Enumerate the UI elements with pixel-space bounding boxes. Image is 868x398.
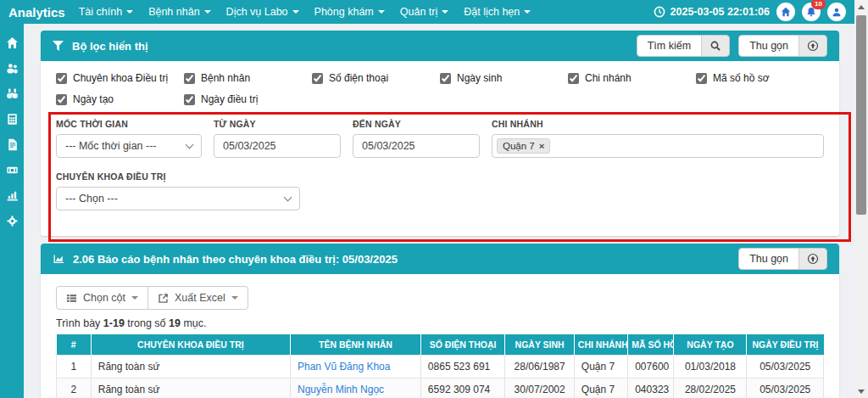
arrow-up-circle-icon (798, 249, 826, 269)
patients-table: # CHUYÊN KHOA ĐIỀU TRỊ TÊN BỆNH NHÂN SỐ … (56, 334, 824, 398)
notifications-button[interactable]: 10 (802, 3, 821, 21)
table-header-row: # CHUYÊN KHOA ĐIỀU TRỊ TÊN BỆNH NHÂN SỐ … (57, 334, 824, 356)
export-excel-button[interactable]: Xuất Excel (147, 286, 248, 310)
checkbox-input[interactable] (184, 73, 195, 84)
col-ten-benh-nhan[interactable]: TÊN BỆNH NHÂN (291, 334, 421, 356)
from-date-input[interactable] (214, 134, 341, 158)
scroll-down-arrow-icon[interactable] (854, 384, 868, 398)
checkbox-input[interactable] (184, 94, 195, 105)
chevron-down-icon (284, 193, 292, 202)
menu-quan-tri[interactable]: Quản trị (400, 6, 448, 18)
col-ngay-sinh[interactable]: NGÀY SINH (505, 334, 574, 356)
remove-tag-icon[interactable]: × (539, 141, 545, 151)
table-toolbar: Chọn cột Xuất Excel (56, 286, 824, 310)
export-icon (158, 293, 169, 304)
home-button[interactable] (776, 3, 795, 21)
list-icon (66, 293, 77, 304)
menu-dat-lich-hen[interactable]: Đặt lịch hẹn (464, 6, 531, 18)
filter-panel-body: Chuyên khoa Điều trị Bệnh nhân Số điện t… (41, 61, 839, 236)
col-chuyen-khoa[interactable]: CHUYÊN KHOA ĐIỀU TRỊ (91, 334, 290, 356)
checkbox-so-dien-thoai[interactable]: Số điện thoại (312, 72, 440, 84)
branch-field: CHI NHÁNH Quận 7 × (492, 119, 824, 158)
filter-header-actions: Tìm kiếm Thu gọn (637, 35, 827, 57)
col-ngay-dieu-tri[interactable]: NGÀY ĐIỀU TRỊ (747, 334, 824, 356)
chart-icon[interactable] (6, 189, 19, 202)
menu-phong-kham[interactable]: Phòng khám (314, 6, 385, 18)
chevron-down-icon (126, 10, 133, 14)
home-icon (781, 7, 791, 17)
chevron-down-icon (524, 10, 531, 14)
filter-collapse-button[interactable]: Thu gọn (738, 35, 827, 57)
cogs-icon[interactable] (6, 215, 19, 227)
col-chi-nhanh[interactable]: CHI NHÁNH (574, 334, 627, 356)
top-navbar: Analytics Tài chính Bệnh nhân Dịch vụ La… (0, 0, 854, 24)
search-button[interactable]: Tìm kiếm (637, 35, 730, 57)
specialty-select[interactable]: --- Chọn --- (56, 187, 300, 210)
scrollbar-thumb[interactable] (856, 15, 866, 215)
calculator-icon[interactable] (6, 113, 19, 126)
from-date-field: TỪ NGÀY (214, 119, 341, 158)
checkbox-input[interactable] (312, 73, 323, 84)
checkbox-input[interactable] (568, 73, 579, 84)
checkbox-input[interactable] (440, 73, 451, 84)
chevron-down-icon (186, 141, 194, 149)
choose-columns-button[interactable]: Chọn cột (56, 286, 148, 310)
menu-benh-nhan[interactable]: Bệnh nhân (148, 6, 210, 18)
main-menu: Tài chính Bệnh nhân Dịch vụ Labo Phòng k… (79, 6, 531, 18)
search-icon (701, 36, 729, 56)
report-panel-header: 2.06 Báo cáo bệnh nhân theo chuyên khoa … (41, 244, 839, 274)
chevron-down-icon (231, 296, 238, 300)
to-date-input[interactable] (353, 134, 480, 158)
binoculars-icon[interactable] (6, 87, 19, 100)
filter-panel-title: Bộ lọc hiển thị (72, 40, 148, 53)
result-total: 19 (169, 317, 181, 329)
result-summary: Trình bày 1-19 trong số 19 mục. (56, 317, 824, 329)
col-ngay-tao[interactable]: NGÀY TẠO (674, 334, 747, 356)
main-content: Bộ lọc hiển thị Tìm kiếm Thu gọn (24, 24, 854, 398)
checkbox-chuyen-khoa[interactable]: Chuyên khoa Điều trị (56, 72, 184, 84)
menu-dich-vu-labo[interactable]: Dịch vụ Labo (226, 6, 299, 18)
col-so-dien-thoai[interactable]: SỐ ĐIỆN THOẠI (420, 334, 505, 356)
filter-fields-row: MỐC THỜI GIAN --- Mốc thời gian --- TỪ N… (56, 119, 824, 158)
chevron-down-icon (204, 10, 211, 14)
col-stt[interactable]: # (57, 334, 92, 356)
checkbox-ngay-sinh[interactable]: Ngày sinh (440, 72, 568, 84)
col-ma-so-ho-so[interactable]: MÃ SỐ HỒ ... (628, 334, 674, 356)
checkbox-input[interactable] (56, 73, 67, 84)
home-icon[interactable] (6, 36, 19, 49)
specialty-field: CHUYÊN KHOA ĐIỀU TRỊ --- Chọn --- (56, 171, 824, 210)
branch-multiselect[interactable]: Quận 7 × (492, 134, 824, 158)
users-icon[interactable] (6, 62, 19, 75)
checkbox-ngay-dieu-tri[interactable]: Ngày điều trị (184, 93, 312, 105)
column-checkbox-grid: Chuyên khoa Điều trị Bệnh nhân Số điện t… (56, 72, 824, 105)
app-brand: Analytics (8, 5, 65, 20)
user-profile-button[interactable] (827, 3, 846, 21)
to-date-field: ĐẾN NGÀY (353, 119, 480, 158)
checkbox-chi-nhanh[interactable]: Chi nhánh (568, 72, 696, 84)
filter-panel-header: Bộ lọc hiển thị Tìm kiếm Thu gọn (41, 31, 839, 61)
patient-name-link[interactable]: Phan Vũ Đăng Khoa (298, 361, 390, 373)
chart-area-icon (53, 254, 64, 265)
navbar-right: 2025-03-05 22:01:06 10 (654, 3, 846, 21)
file-invoice-icon[interactable] (6, 138, 19, 151)
money-file-icon[interactable] (6, 164, 19, 177)
checkbox-benh-nhan[interactable]: Bệnh nhân (184, 72, 312, 84)
checkbox-ma-so-ho-so[interactable]: Mã số hồ sơ (696, 72, 824, 84)
time-mark-select[interactable]: --- Mốc thời gian --- (56, 134, 202, 158)
app-frame: Analytics Tài chính Bệnh nhân Dịch vụ La… (0, 0, 868, 398)
checkbox-input[interactable] (696, 73, 707, 84)
vertical-scrollbar[interactable] (854, 0, 868, 398)
notification-badge: 10 (811, 0, 826, 9)
report-header-actions: Thu gọn (738, 248, 827, 270)
table-row: 2 Răng toàn sứ Nguyễn Minh Ngọc 6592 309… (57, 378, 824, 398)
scroll-up-arrow-icon[interactable] (854, 0, 868, 14)
patient-name-link[interactable]: Nguyễn Minh Ngọc (298, 384, 384, 395)
chevron-down-icon (378, 10, 385, 14)
chevron-down-icon (442, 10, 448, 14)
checkbox-input[interactable] (56, 94, 67, 105)
menu-tai-chinh[interactable]: Tài chính (79, 6, 133, 18)
checkbox-ngay-tao[interactable]: Ngày tạo (56, 93, 184, 105)
report-collapse-button[interactable]: Thu gọn (738, 248, 827, 270)
chevron-down-icon (292, 10, 299, 14)
clock-icon (654, 6, 665, 18)
